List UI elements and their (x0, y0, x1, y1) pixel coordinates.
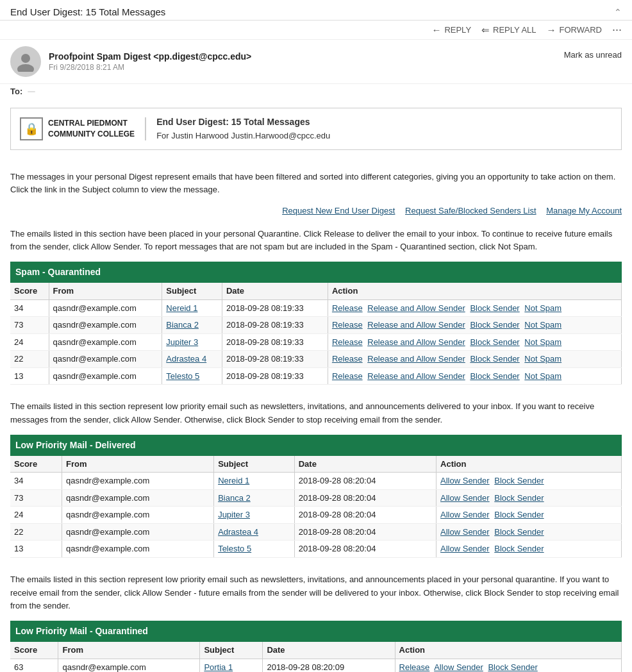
subject-link[interactable]: Jupiter 3 (218, 510, 250, 519)
allow-sender-link[interactable]: Allow Sender (440, 510, 490, 519)
release-allow-link[interactable]: Release and Allow Sender (367, 337, 465, 347)
not-spam-link[interactable]: Not Spam (524, 371, 561, 381)
manage-account-link[interactable]: Manage My Account (546, 206, 622, 215)
subject-link[interactable]: Telesto 5 (218, 544, 251, 553)
action-cell: Release Release and Allow Sender Block S… (328, 333, 621, 351)
not-spam-link[interactable]: Not Spam (524, 303, 561, 313)
subject-link[interactable]: Adrastea 4 (218, 527, 258, 537)
subject-cell: Adrastea 4 (214, 523, 295, 541)
low-priority-delivered-header: Low Priority Mail - Delivered (10, 435, 622, 456)
request-digest-link[interactable]: Request New End User Digest (282, 206, 395, 215)
subject-link[interactable]: Bianca 2 (218, 493, 251, 503)
action-cell: Release Release and Allow Sender Block S… (328, 317, 621, 334)
block-sender-link[interactable]: Block Sender (494, 476, 544, 485)
from-cell: qasndr@example.com (49, 299, 162, 317)
low-priority-delivered-row: 13 qasndr@example.com Telesto 5 2018-09-… (10, 541, 622, 558)
release-link[interactable]: Release (399, 662, 430, 672)
col-score: Score (10, 283, 49, 299)
not-spam-link[interactable]: Not Spam (524, 320, 561, 330)
allow-sender-link[interactable]: Allow Sender (440, 493, 490, 503)
svg-point-1 (17, 64, 34, 72)
sender-row: Proofpoint Spam Digest <pp.digest@cpcc.e… (0, 40, 632, 84)
chevron-up-icon: ⌃ (614, 7, 622, 17)
block-sender-link[interactable]: Block Sender (494, 510, 544, 519)
low-priority-quarantined-col-header: Score From Subject Date Action (10, 642, 622, 659)
block-sender-link[interactable]: Block Sender (494, 493, 544, 503)
score-cell: 73 (10, 489, 62, 507)
score-cell: 73 (10, 317, 49, 334)
block-sender-link[interactable]: Block Sender (470, 320, 519, 330)
from-cell: qasndr@example.com (49, 317, 162, 334)
col-subject: Subject (162, 283, 222, 299)
forward-button[interactable]: FORWARD (547, 24, 602, 35)
subject-cell: Jupiter 3 (162, 333, 222, 351)
score-cell: 63 (10, 659, 58, 672)
from-cell: qasndr@example.com (62, 473, 214, 490)
intro-paragraph: The messages in your personal Digest rep… (10, 171, 622, 197)
from-cell: qasndr@example.com (62, 523, 214, 541)
allow-sender-link[interactable]: Allow Sender (434, 662, 483, 672)
release-link[interactable]: Release (332, 371, 363, 381)
action-cell: Allow Sender Block Sender (437, 541, 622, 558)
from-cell: qasndr@example.com (49, 333, 162, 351)
allow-sender-link[interactable]: Allow Sender (440, 544, 490, 553)
date-cell: 2018-09-28 08:20:04 (294, 523, 436, 541)
not-spam-link[interactable]: Not Spam (524, 354, 561, 364)
release-allow-link[interactable]: Release and Allow Sender (367, 354, 465, 364)
subject-link[interactable]: Jupiter 3 (166, 337, 198, 347)
not-spam-link[interactable]: Not Spam (524, 337, 561, 347)
low-priority-delivered-description: The emails listed in this section repres… (10, 400, 622, 427)
subject-link[interactable]: Nereid 1 (166, 303, 197, 313)
subject-link[interactable]: Adrastea 4 (166, 354, 206, 364)
forward-label: FORWARD (560, 25, 602, 35)
block-sender-link[interactable]: Block Sender (488, 662, 537, 672)
block-sender-link[interactable]: Block Sender (470, 354, 519, 364)
request-safe-link[interactable]: Request Safe/Blocked Senders List (405, 206, 536, 215)
col-from: From (62, 456, 214, 473)
sender-info: Proofpoint Spam Digest <pp.digest@cpcc.e… (49, 51, 564, 72)
col-action: Action (437, 456, 622, 473)
from-cell: qasndr@example.com (49, 351, 162, 368)
subject-link[interactable]: Telesto 5 (166, 371, 199, 381)
from-cell: qasndr@example.com (58, 659, 200, 672)
release-allow-link[interactable]: Release and Allow Sender (367, 303, 465, 313)
subject-cell: Telesto 5 (214, 541, 295, 558)
action-cell: Allow Sender Block Sender (437, 523, 622, 541)
sender-date: Fri 9/28/2018 8:21 AM (49, 63, 564, 72)
subject-link[interactable]: Portia 1 (204, 662, 233, 672)
col-subject: Subject (200, 642, 263, 659)
block-sender-link[interactable]: Block Sender (494, 544, 544, 553)
subject-cell: Jupiter 3 (214, 507, 295, 524)
block-sender-link[interactable]: Block Sender (470, 303, 519, 313)
release-link[interactable]: Release (332, 337, 363, 347)
digest-title: End User Digest: 15 Total Messages (156, 117, 310, 127)
release-link[interactable]: Release (332, 320, 363, 330)
reply-button[interactable]: REPLY (431, 24, 471, 35)
release-link[interactable]: Release (332, 354, 363, 364)
low-priority-delivered-row: 73 qasndr@example.com Bianca 2 2018-09-2… (10, 489, 622, 507)
release-link[interactable]: Release (332, 303, 363, 313)
subject-link[interactable]: Bianca 2 (166, 320, 199, 330)
subject-cell: Nereid 1 (214, 473, 295, 490)
block-sender-link[interactable]: Block Sender (470, 371, 519, 381)
more-options-button[interactable]: ··· (612, 23, 622, 37)
action-cell: Allow Sender Block Sender (437, 473, 622, 490)
block-sender-link[interactable]: Block Sender (470, 337, 519, 347)
score-cell: 24 (10, 507, 62, 524)
block-sender-link[interactable]: Block Sender (494, 527, 544, 537)
mark-as-unread-button[interactable]: Mark as unread (564, 50, 622, 60)
allow-sender-link[interactable]: Allow Sender (440, 476, 490, 485)
to-row: To: (0, 84, 632, 101)
low-priority-quarantined-description: The emails listed in this section repres… (10, 573, 622, 613)
release-allow-link[interactable]: Release and Allow Sender (367, 371, 465, 381)
col-score: Score (10, 456, 62, 473)
reply-all-button[interactable]: REPLY ALL (481, 24, 536, 36)
reply-arrow-icon (431, 24, 441, 35)
allow-sender-link[interactable]: Allow Sender (440, 527, 490, 537)
score-cell: 13 (10, 367, 49, 385)
subject-link[interactable]: Nereid 1 (218, 476, 249, 485)
low-priority-delivered-table: Low Priority Mail - Delivered Score From… (10, 435, 622, 558)
release-allow-link[interactable]: Release and Allow Sender (367, 320, 465, 330)
date-cell: 2018-09-28 08:20:04 (294, 507, 436, 524)
to-address (28, 91, 35, 92)
